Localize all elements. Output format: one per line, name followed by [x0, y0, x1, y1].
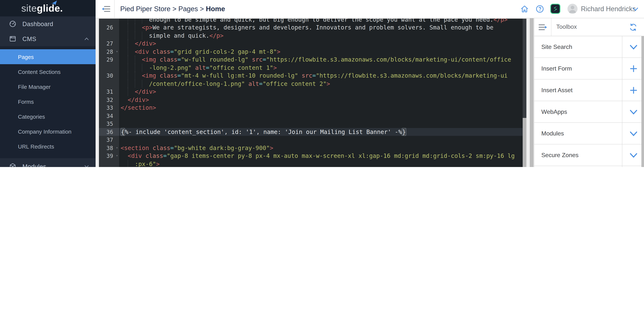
code-text: simple and quick.</p>	[119, 31, 526, 39]
toolbox-item-ecommerce[interactable]: eCommerce	[534, 166, 644, 167]
sidebar-subitem-label: Content Sections	[18, 68, 61, 75]
toolbox-item-label: Modules	[541, 130, 564, 137]
code-line-wrap[interactable]: :px-6">	[99, 160, 526, 167]
sidebar-subitem-label: File Manager	[18, 83, 50, 90]
code-line-37[interactable]: 37	[99, 136, 526, 144]
code-line-29[interactable]: 29<img class="w-full rounded-lg" src="ht…	[99, 56, 526, 64]
code-line-31[interactable]: 31</div>	[99, 88, 526, 96]
gutter-line-number: 36	[99, 128, 119, 136]
sidebar-item-dashboard[interactable]: Dashboard	[0, 16, 96, 31]
code-line-28[interactable]: 28▾<div class="grid grid-cols-2 gap-4 mt…	[99, 47, 526, 56]
gutter-line-number: 27	[99, 39, 119, 47]
toolbox-item-label: Insert Asset	[541, 87, 572, 93]
user-menu-chevron-icon[interactable]	[632, 7, 638, 11]
toolbox-item-site-search[interactable]: Site Search	[534, 36, 644, 58]
sidebar-subitem-url-redirects[interactable]: URL Redirects	[0, 139, 96, 154]
code-editor[interactable]: enough to be simple and quick, but big e…	[99, 18, 526, 167]
sidebar-item-label: CMS	[22, 35, 36, 42]
code-line-wrap[interactable]: /content/office-long-1.png" alt="office …	[99, 80, 526, 88]
code-line-27[interactable]: 27</div>	[99, 39, 526, 47]
plus-icon[interactable]	[630, 86, 638, 94]
sidebar-item-cms[interactable]: CMS	[0, 31, 96, 46]
gutter-line-number: 33	[99, 104, 119, 112]
code-line-34[interactable]: 34	[99, 112, 526, 120]
sidebar-subitem-label: Categories	[18, 113, 45, 120]
code-line-wrap[interactable]: -long-2.png" alt="office content 1">	[99, 64, 526, 72]
code-text	[119, 112, 526, 120]
plus-icon[interactable]	[630, 64, 638, 73]
header-divider	[114, 0, 114, 18]
code-line-wrap[interactable]: simple and quick.</p>	[99, 31, 526, 39]
siteglide-badge-icon[interactable]	[550, 4, 560, 14]
toolbox-header-divider	[551, 18, 552, 36]
code-line-36[interactable]: 36{%- include 'content_section', id: '1'…	[99, 128, 526, 136]
sidebar-subitem-content-sections[interactable]: Content Sections	[0, 64, 96, 79]
toolbox-item-insert-form[interactable]: Insert Form	[534, 58, 644, 79]
gutter-line-number: 28▾	[99, 47, 119, 56]
refresh-icon[interactable]	[629, 23, 637, 31]
chevron-down-icon[interactable]	[630, 108, 638, 116]
sidebar-collapse-icon[interactable]	[102, 5, 110, 13]
toolbox-items: Site SearchInsert FormInsert AssetWebApp…	[534, 36, 644, 167]
toolbox-item-modules[interactable]: Modules	[534, 123, 644, 144]
code-line-33[interactable]: 33</section>	[99, 104, 526, 112]
user-avatar[interactable]	[568, 4, 578, 14]
sidebar-subitem-forms[interactable]: Forms	[0, 94, 96, 109]
help-icon[interactable]	[535, 4, 544, 13]
code-viewport[interactable]: enough to be simple and quick, but big e…	[99, 18, 526, 167]
gutter-line-number: 38▾	[99, 144, 119, 152]
content-scrollbar[interactable]	[530, 18, 534, 167]
code-text	[119, 136, 526, 144]
gutter-line-number	[99, 80, 119, 88]
code-text: <p>We are strategists, designers and dev…	[119, 23, 526, 31]
toolbox-item-label: Insert Form	[541, 65, 572, 72]
sidebar-subitem-company-information[interactable]: Company Information	[0, 124, 96, 139]
code-fold-icon[interactable]: ▾	[116, 152, 118, 160]
sidebar-subitem-label: Company Information	[18, 128, 72, 135]
editor-scrollbar[interactable]	[523, 18, 526, 167]
toolbox-row-divider	[622, 166, 622, 167]
code-line-wrap[interactable]: enough to be simple and quick, but big e…	[99, 18, 526, 23]
toolbox-row-divider	[622, 58, 622, 79]
sidebar-subitem-categories[interactable]: Categories	[0, 109, 96, 124]
toolbox-scrollbar-thumb	[642, 36, 644, 167]
chevron-down-icon[interactable]	[630, 151, 638, 159]
top-header: Pied Piper Store > Pages > Home Richard …	[96, 0, 644, 18]
dashboard-icon	[9, 20, 16, 28]
toolbox-row-divider	[622, 79, 622, 101]
sidebar-subitem-file-manager[interactable]: File Manager	[0, 79, 96, 94]
gutter-line-number: 37	[99, 136, 119, 144]
toolbox-item-secure-zones[interactable]: Secure Zones	[534, 144, 644, 166]
breadcrumb-current: Home	[206, 5, 225, 13]
toolbox-collapse-icon[interactable]	[538, 23, 547, 31]
code-line-32[interactable]: 32</div>	[99, 96, 526, 104]
sidebar-subitem-label: Pages	[18, 53, 34, 60]
code-line-26[interactable]: 26<p>We are strategists, designers and d…	[99, 23, 526, 31]
user-name[interactable]: Richard Hendricks	[581, 5, 636, 13]
code-line-30[interactable]: 30<img class="mt-4 w-full lg:mt-10 round…	[99, 72, 526, 80]
toolbox-item-webapps[interactable]: WebApps	[534, 101, 644, 123]
code-text: :px-6">	[119, 160, 526, 167]
code-text: <img class="mt-4 w-full lg:mt-10 rounded…	[119, 72, 526, 80]
gutter-line-number: 31	[99, 88, 119, 96]
breadcrumb-path: Pied Piper Store > Pages >	[120, 5, 206, 13]
breadcrumb: Pied Piper Store > Pages > Home	[120, 5, 225, 13]
code-line-39[interactable]: 39▾<div class="gap-8 items-center py-8 p…	[99, 152, 526, 160]
sidebar-subitem-pages[interactable]: Pages	[0, 49, 96, 64]
chevron-down-icon[interactable]	[630, 43, 638, 51]
code-text: <img class="w-full rounded-lg" src="http…	[119, 56, 526, 64]
toolbox-item-insert-asset[interactable]: Insert Asset	[534, 79, 644, 101]
chevron-down-icon[interactable]	[630, 129, 638, 137]
code-line-35[interactable]: 35	[99, 120, 526, 128]
code-fold-icon[interactable]: ▾	[116, 47, 118, 56]
code-rows[interactable]: enough to be simple and quick, but big e…	[99, 18, 526, 167]
code-fold-icon[interactable]: ▾	[116, 144, 118, 152]
home-icon[interactable]	[520, 4, 529, 13]
code-line-38[interactable]: 38▾<section class="bg-white dark:bg-gray…	[99, 144, 526, 152]
toolbox-scrollbar[interactable]	[642, 36, 644, 167]
sidebar-item-label: Modules	[22, 163, 46, 167]
sidebar-item-modules[interactable]: Modules	[0, 158, 96, 167]
code-text	[119, 120, 526, 128]
sidebar-lower-items: ModulesWebAppseCommerceCRMSite ManagerRe…	[0, 158, 96, 167]
code-text: </div>	[119, 96, 526, 104]
